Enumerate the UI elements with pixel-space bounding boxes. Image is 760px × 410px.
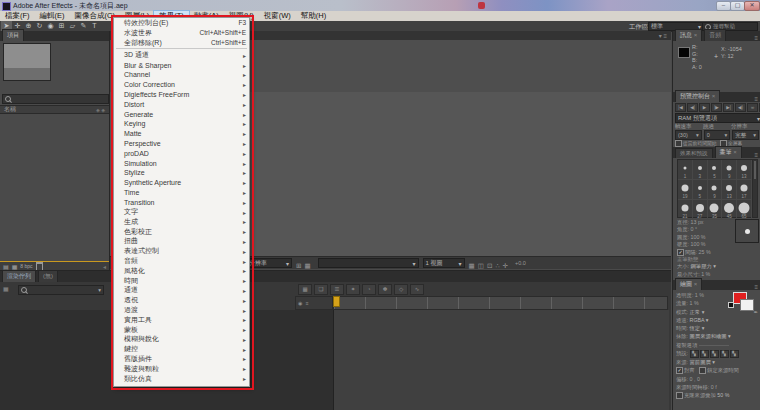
effects-menu-category[interactable]: 舊版插件▸ — [114, 354, 249, 364]
transport-button[interactable]: |▶ — [711, 103, 722, 112]
effects-menu-category[interactable]: 生成▸ — [114, 217, 249, 227]
effects-menu-category[interactable]: Perspective▸ — [114, 139, 249, 149]
effects-menu-category[interactable]: Distort▸ — [114, 99, 249, 109]
effects-menu-category[interactable]: 雜波與顆粒▸ — [114, 364, 249, 374]
timeline-toggle-button[interactable]: ✽ — [378, 284, 392, 295]
brush-preset[interactable]: 19 — [678, 180, 693, 200]
brush-preset[interactable]: 17 — [737, 180, 752, 200]
viewer-toolbar-icon[interactable]: ⊞ — [296, 262, 301, 269]
erase-dropdown[interactable]: 圖層來源和繪圖 ▾ — [690, 333, 731, 339]
timeline-toggle-button[interactable]: ◇ — [394, 284, 408, 295]
effects-menu-category[interactable]: Generate▸ — [114, 109, 249, 119]
tab-render-queue[interactable]: 渲染佇列 — [2, 270, 36, 282]
brush-preset[interactable]: 1 — [678, 160, 693, 180]
tab-info[interactable]: 訊息 × — [675, 29, 702, 41]
timeline-toggle-button[interactable]: ▦ — [298, 284, 312, 295]
effects-menu-category[interactable]: Matte▸ — [114, 129, 249, 139]
new-folder-icon[interactable]: ▤ — [3, 263, 9, 270]
viewer-toolbar-icon[interactable]: ✛ — [503, 262, 508, 269]
brush-preset[interactable]: 5 — [693, 180, 708, 200]
eyedropper-icon[interactable]: ✒ — [754, 308, 758, 316]
panel-collapse-icon[interactable]: ◂ — [103, 263, 106, 270]
brush-preset[interactable]: 13 — [722, 180, 737, 200]
effects-menu-category[interactable]: 音頻▸ — [114, 256, 249, 266]
effects-menu-category[interactable]: Stylize▸ — [114, 168, 249, 178]
effects-menu-category[interactable]: 風格化▸ — [114, 266, 249, 276]
brush-preset[interactable]: 13 — [737, 160, 752, 180]
viewer-toolbar-icon[interactable]: ◫ — [478, 262, 484, 269]
minimize-button[interactable]: – — [716, 1, 731, 11]
effects-menu-item[interactable]: 全部移除(R)Ctrl+Shift+E — [114, 38, 249, 48]
effects-menu-category[interactable]: Channel▸ — [114, 70, 249, 80]
tab-project[interactable]: 項目 — [2, 29, 24, 41]
rotation-tool-icon[interactable]: ↻ — [34, 21, 45, 31]
pen-tool-icon[interactable]: ✎ — [78, 21, 89, 31]
spacing-checkbox[interactable]: ✓ — [677, 249, 684, 256]
ram-preview-dropdown[interactable]: RAM 預覽選項 ▾ — [675, 113, 760, 123]
tab-effects-presets[interactable]: 效果和預設 — [675, 148, 713, 158]
effects-menu-category[interactable]: Blur & Sharpen▸ — [114, 60, 249, 70]
effects-menu-category[interactable]: 時間▸ — [114, 276, 249, 286]
brush-preset[interactable]: 5 — [708, 160, 723, 180]
effects-menu-item[interactable]: 水波世界Ctrl+Alt+Shift+E — [114, 28, 249, 38]
viewer-toolbar-icon[interactable]: ∴ — [495, 262, 499, 269]
source-dropdown[interactable]: 當前圖層 ▾ — [690, 359, 715, 365]
effects-menu-category[interactable]: 模糊與銳化▸ — [114, 335, 249, 345]
current-time-indicator[interactable] — [333, 296, 340, 307]
overlay-value[interactable]: 50 % — [717, 392, 729, 398]
view-layout-dropdown[interactable]: 1 視圖 ▾ — [423, 258, 465, 268]
panel-menu-icon[interactable]: ≡ — [754, 96, 760, 102]
effects-menu-category[interactable]: proDAD▸ — [114, 148, 249, 158]
effects-menu-category[interactable]: Digieffects FreeForm▸ — [114, 90, 249, 100]
clone-preset-button[interactable]: ▚ — [720, 350, 729, 358]
clone-preset-button[interactable]: ▚ — [690, 350, 699, 358]
brush-preset[interactable]: 9 — [708, 180, 723, 200]
effects-menu-category[interactable]: Simulation▸ — [114, 158, 249, 168]
panel-menu-icon[interactable]: ≡ — [754, 35, 760, 41]
brush-preset[interactable]: 3 — [693, 160, 708, 180]
clone-preset-button[interactable]: ▚ — [710, 350, 719, 358]
bit-depth-button[interactable]: 8 bpc — [20, 263, 32, 269]
new-composition-icon[interactable]: ▦ — [12, 263, 18, 270]
mask-shape-tool-icon[interactable]: ▱ — [67, 21, 78, 31]
brush-preset[interactable]: 45 — [722, 200, 737, 220]
lock-source-time-checkbox[interactable] — [699, 367, 706, 374]
effects-menu-category[interactable]: Keying▸ — [114, 119, 249, 129]
size-dropdown[interactable]: 鋼筆壓力 ▾ — [691, 263, 716, 269]
menubar-item-2[interactable]: 編輯(E) — [35, 11, 70, 21]
viewer-toolbar-icon[interactable]: ▦ — [469, 262, 475, 269]
mode-dropdown[interactable]: 正常 ▾ — [690, 309, 705, 315]
close-icon[interactable]: × — [694, 32, 698, 38]
tab-paint[interactable]: 繪圖 × — [675, 278, 702, 290]
effects-menu-category[interactable]: 文字▸ — [114, 207, 249, 217]
scrollbar[interactable] — [752, 159, 758, 218]
brush-preset[interactable]: 9 — [722, 160, 737, 180]
effects-menu-category[interactable]: 通道▸ — [114, 286, 249, 296]
timeline-toggle-button[interactable]: ❏ — [314, 284, 328, 295]
close-icon[interactable]: × — [694, 281, 698, 287]
timeline-search-input[interactable]: ▾ — [18, 285, 104, 295]
effects-menu-category[interactable]: 扭曲▸ — [114, 237, 249, 247]
preview-field-value[interactable]: 完整▾ — [732, 130, 759, 140]
effects-menu-category[interactable]: 類比仿真▸ — [114, 374, 249, 384]
region-dropdown[interactable]: ▾ — [318, 258, 419, 268]
panel-menu-icon[interactable]: ▾ ≡ — [659, 32, 669, 39]
close-icon[interactable]: × — [712, 93, 716, 99]
clone-preset-button[interactable]: ▚ — [700, 350, 709, 358]
camera-tool-icon[interactable]: ◉ — [45, 21, 56, 31]
effects-menu-category[interactable]: 鍵控▸ — [114, 344, 249, 354]
effects-menu-category[interactable]: 蒙板▸ — [114, 325, 249, 335]
effects-menu-category[interactable]: 色彩校正▸ — [114, 227, 249, 237]
close-button[interactable]: ✕ — [744, 1, 760, 11]
project-list-header[interactable]: 名稱 ◈ ◈ — [0, 105, 109, 114]
transport-button[interactable]: |◀ — [675, 103, 686, 112]
transport-button[interactable]: ∞ — [747, 103, 758, 112]
panel-menu-icon[interactable]: ≡ — [754, 152, 760, 158]
effects-menu-category[interactable]: Time▸ — [114, 188, 249, 198]
tab-brushes[interactable]: 畫筆 × — [715, 146, 742, 158]
effects-menu-category[interactable]: 實用工具▸ — [114, 315, 249, 325]
brush-preset[interactable]: 21 — [678, 200, 693, 220]
type-tool-icon[interactable]: T — [89, 21, 100, 31]
menubar-item-8[interactable]: 視窗(W) — [259, 11, 296, 21]
timeline-toggle-button[interactable]: ✦ — [346, 284, 360, 295]
